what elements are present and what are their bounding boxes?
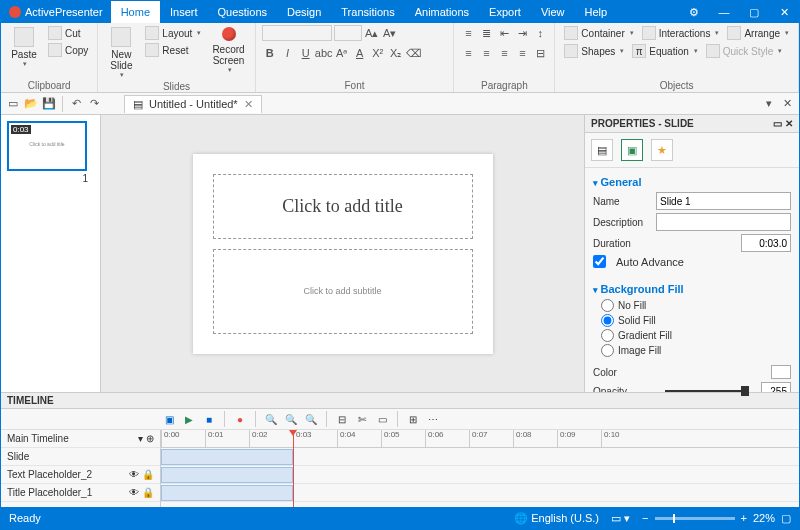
prop-tab-size-icon[interactable]: ▣ xyxy=(621,139,643,161)
italic-icon[interactable]: I xyxy=(280,45,296,61)
increase-font-icon[interactable]: A▴ xyxy=(364,25,380,41)
clip-text-ph2[interactable] xyxy=(161,467,293,483)
line-spacing-icon[interactable]: ↕ xyxy=(532,25,548,41)
tl-play-icon[interactable]: ▶ xyxy=(181,411,197,427)
container-button[interactable]: Container xyxy=(561,25,636,41)
color-swatch[interactable] xyxy=(771,365,791,379)
panel-menu-icon[interactable]: ▾ xyxy=(761,96,777,112)
track-title-ph1[interactable]: Title Placeholder_1👁 🔒 xyxy=(1,484,160,502)
equation-button[interactable]: πEquation xyxy=(629,43,700,59)
arrange-button[interactable]: Arrange xyxy=(724,25,792,41)
panel-x-icon[interactable]: ✕ xyxy=(785,118,793,129)
close-button[interactable]: ✕ xyxy=(769,1,799,23)
justify-icon[interactable]: ≡ xyxy=(514,45,530,61)
clip-slide[interactable] xyxy=(161,449,293,465)
font-size-select[interactable] xyxy=(334,25,362,41)
tab-export[interactable]: Export xyxy=(479,1,531,23)
underline-icon[interactable]: U xyxy=(298,45,314,61)
super-icon[interactable]: X² xyxy=(370,45,386,61)
tl-zoom-out-icon[interactable]: 🔍 xyxy=(263,411,279,427)
tab-home[interactable]: Home xyxy=(111,1,160,23)
bullets-icon[interactable]: ≡ xyxy=(460,25,476,41)
title-placeholder[interactable]: Click to add title xyxy=(213,174,473,239)
undo-icon[interactable]: ↶ xyxy=(68,96,84,112)
tl-split-icon[interactable]: ⊟ xyxy=(334,411,350,427)
view-mode-icon[interactable]: ▭ ▾ xyxy=(611,512,630,525)
interactions-button[interactable]: Interactions xyxy=(639,25,723,41)
tl-snap-icon[interactable]: ⊞ xyxy=(405,411,421,427)
section-general[interactable]: General xyxy=(593,176,791,188)
slide-thumbnail[interactable]: 0:03 Click to add title xyxy=(7,121,87,171)
tab-insert[interactable]: Insert xyxy=(160,1,208,23)
clip-title-ph1[interactable] xyxy=(161,485,293,501)
zoom-fit-icon[interactable]: ▢ xyxy=(781,512,791,525)
radio-no-fill[interactable] xyxy=(601,299,614,312)
copy-button[interactable]: Copy xyxy=(45,42,91,58)
opacity-slider[interactable] xyxy=(665,390,749,392)
save-icon[interactable]: 💾 xyxy=(41,96,57,112)
subtitle-placeholder[interactable]: Click to add subtitle xyxy=(213,249,473,334)
strike-icon[interactable]: abc xyxy=(316,45,332,61)
tl-rec-icon[interactable]: ▣ xyxy=(161,411,177,427)
clear-format-icon[interactable]: ⌫ xyxy=(406,45,422,61)
align-center-icon[interactable]: ≡ xyxy=(478,45,494,61)
bold-icon[interactable]: B xyxy=(262,45,278,61)
shapes-button[interactable]: Shapes xyxy=(561,43,627,59)
maximize-button[interactable]: ▢ xyxy=(739,1,769,23)
record-screen-button[interactable]: Record Screen xyxy=(208,25,248,76)
radio-image-fill[interactable] xyxy=(601,344,614,357)
tl-more-icon[interactable]: ⋯ xyxy=(425,411,441,427)
tl-alert-icon[interactable]: ● xyxy=(232,411,248,427)
paste-button[interactable]: Paste xyxy=(7,25,41,70)
tl-cut-icon[interactable]: ✄ xyxy=(354,411,370,427)
document-tab[interactable]: ▤ Untitled - Untitled* ✕ xyxy=(124,95,262,113)
align-right-icon[interactable]: ≡ xyxy=(496,45,512,61)
radio-solid-fill[interactable] xyxy=(601,314,614,327)
name-input[interactable] xyxy=(656,192,791,210)
open-icon[interactable]: 📂 xyxy=(23,96,39,112)
zoom-in-icon[interactable]: + xyxy=(741,512,747,524)
status-lang[interactable]: 🌐 English (U.S.) xyxy=(514,512,599,525)
playhead[interactable] xyxy=(293,430,294,507)
prop-tab-general-icon[interactable]: ▤ xyxy=(591,139,613,161)
tab-questions[interactable]: Questions xyxy=(208,1,278,23)
decrease-font-icon[interactable]: A▾ xyxy=(382,25,398,41)
duration-input[interactable] xyxy=(741,234,791,252)
fontcolor-icon[interactable]: A xyxy=(352,45,368,61)
prop-tab-effects-icon[interactable]: ★ xyxy=(651,139,673,161)
timeline-ruler[interactable]: 0:000:010:020:030:040:050:060:070:080:09… xyxy=(161,430,799,448)
sub-icon[interactable]: X₂ xyxy=(388,45,404,61)
tl-zoom-in-icon[interactable]: 🔍 xyxy=(283,411,299,427)
numbering-icon[interactable]: ≣ xyxy=(478,25,494,41)
layout-button[interactable]: Layout xyxy=(142,25,204,41)
radio-gradient-fill[interactable] xyxy=(601,329,614,342)
desc-input[interactable] xyxy=(656,213,791,231)
zoom-slider[interactable] xyxy=(655,517,735,520)
align-left-icon[interactable]: ≡ xyxy=(460,45,476,61)
new-icon[interactable]: ▭ xyxy=(5,96,21,112)
timeline-main-row[interactable]: Main Timeline▾ ⊕ xyxy=(1,430,160,448)
tl-stop-icon[interactable]: ■ xyxy=(201,411,217,427)
tab-help[interactable]: Help xyxy=(575,1,618,23)
tab-animations[interactable]: Animations xyxy=(405,1,479,23)
canvas[interactable]: Click to add title Click to add subtitle xyxy=(101,115,584,392)
eye-lock-icons-2[interactable]: 👁 🔒 xyxy=(129,487,154,498)
cut-button[interactable]: Cut xyxy=(45,25,91,41)
indent-icon[interactable]: ⇥ xyxy=(514,25,530,41)
track-slide[interactable]: Slide xyxy=(1,448,160,466)
panel-pin-icon[interactable]: ▭ xyxy=(773,118,782,129)
slide[interactable]: Click to add title Click to add subtitle xyxy=(193,154,493,354)
panel-close-icon[interactable]: ✕ xyxy=(779,96,795,112)
document-close-icon[interactable]: ✕ xyxy=(244,98,253,111)
new-slide-button[interactable]: New Slide xyxy=(104,25,138,81)
timeline-tracks[interactable]: 0:000:010:020:030:040:050:060:070:080:09… xyxy=(161,430,799,507)
gear-icon[interactable]: ⚙ xyxy=(679,1,709,23)
eye-lock-icons[interactable]: 👁 🔒 xyxy=(129,469,154,480)
highlight-icon[interactable]: Aᵃ xyxy=(334,45,350,61)
zoom-out-icon[interactable]: − xyxy=(642,512,648,524)
redo-icon[interactable]: ↷ xyxy=(86,96,102,112)
reset-button[interactable]: Reset xyxy=(142,42,204,58)
minimize-button[interactable]: — xyxy=(709,1,739,23)
vertical-align-icon[interactable]: ⊟ xyxy=(532,45,548,61)
tab-transitions[interactable]: Transitions xyxy=(331,1,404,23)
